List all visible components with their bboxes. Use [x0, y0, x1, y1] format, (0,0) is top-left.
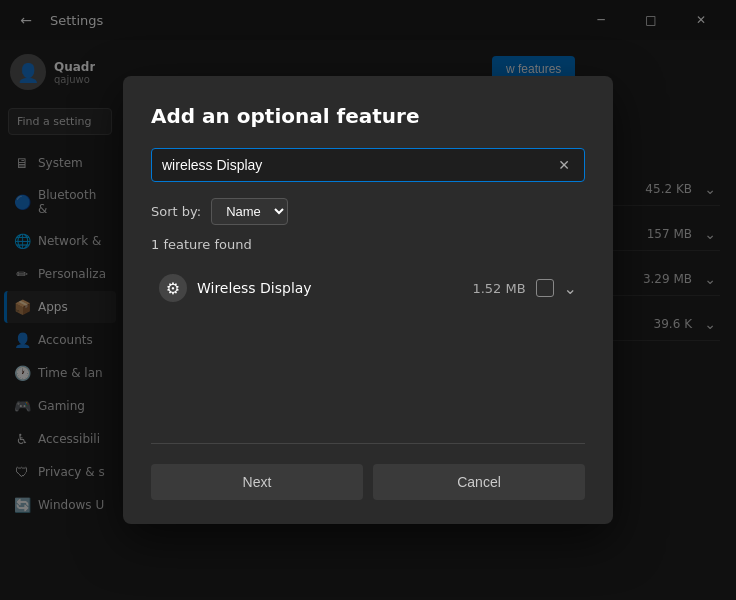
feature-name: Wireless Display — [197, 280, 462, 296]
feature-search-input[interactable] — [162, 149, 554, 181]
feature-checkbox[interactable] — [536, 279, 554, 297]
feature-list: ⚙️ Wireless Display 1.52 MB ⌄ — [151, 264, 585, 444]
sort-row-modal: Sort by: Name Size — [151, 198, 585, 225]
feature-size: 1.52 MB — [472, 281, 525, 296]
sort-by-select[interactable]: Name Size — [211, 198, 288, 225]
modal-overlay: Add an optional feature ✕ Sort by: Name … — [0, 0, 736, 600]
add-optional-feature-modal: Add an optional feature ✕ Sort by: Name … — [123, 76, 613, 524]
feature-chevron-icon[interactable]: ⌄ — [564, 279, 577, 298]
modal-footer: Next Cancel — [151, 464, 585, 500]
feature-gear-icon: ⚙️ — [159, 274, 187, 302]
feature-item-wireless-display[interactable]: ⚙️ Wireless Display 1.52 MB ⌄ — [151, 264, 585, 312]
sort-by-label: Sort by: — [151, 204, 201, 219]
search-clear-button[interactable]: ✕ — [554, 153, 574, 177]
next-button[interactable]: Next — [151, 464, 363, 500]
search-bar: ✕ — [151, 148, 585, 182]
cancel-button[interactable]: Cancel — [373, 464, 585, 500]
modal-title: Add an optional feature — [151, 104, 585, 128]
result-count: 1 feature found — [151, 237, 585, 252]
